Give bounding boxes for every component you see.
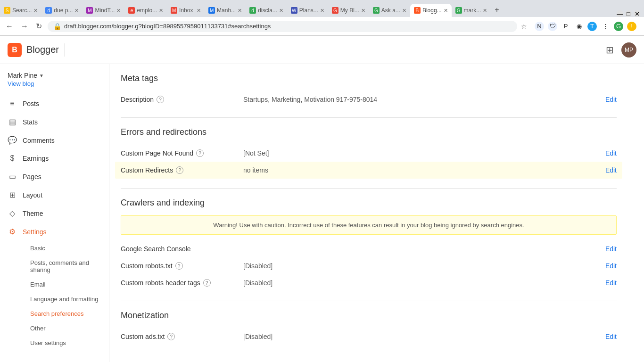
- not-found-value: [Not Set]: [243, 149, 600, 157]
- url-bar[interactable]: 🔒 draft.blogger.com/blogger.g?blogID=898…: [48, 21, 517, 32]
- tab-10[interactable]: G Ask a... ✕: [369, 4, 410, 17]
- meta-tags-section: Meta tags Description ? Startups, Market…: [121, 64, 617, 118]
- not-found-help-icon[interactable]: ?: [196, 149, 204, 157]
- tab-2[interactable]: d due p... ✕: [41, 4, 83, 17]
- tab-bar: S Searc... ✕ d due p... ✕ M MindT... ✕ e…: [0, 0, 644, 17]
- monetization-title: Monetization: [121, 311, 617, 321]
- sub-nav-user-settings[interactable]: User settings: [23, 336, 109, 350]
- gsc-edit-link[interactable]: Edit: [605, 245, 617, 253]
- grid-icon[interactable]: ⊞: [606, 44, 614, 56]
- bookmark-icon[interactable]: ☆: [521, 23, 527, 30]
- sub-nav-other[interactable]: Other: [23, 321, 109, 336]
- tab-5[interactable]: M Inbox ✕: [167, 4, 205, 17]
- errors-section: Errors and redirections Custom Page Not …: [121, 118, 617, 189]
- tab-8[interactable]: W Plans... ✕: [287, 4, 328, 17]
- robots-txt-edit-link[interactable]: Edit: [605, 262, 617, 270]
- extension-icon-3[interactable]: P: [561, 22, 570, 31]
- sidebar-item-earnings[interactable]: $ Earnings: [0, 149, 109, 167]
- address-icons: ☆: [521, 23, 527, 30]
- robots-txt-help-icon[interactable]: ?: [175, 262, 183, 270]
- sidebar-item-layout[interactable]: ⊞ Layout: [0, 186, 109, 204]
- sub-navigation: Basic Posts, comments and sharing Email …: [0, 241, 109, 350]
- description-edit-link[interactable]: Edit: [605, 96, 617, 103]
- profile-icon[interactable]: !: [627, 22, 636, 31]
- tab-1[interactable]: S Searc... ✕: [0, 4, 41, 17]
- tab-close-6[interactable]: ✕: [238, 8, 242, 14]
- tab-7[interactable]: d discla... ✕: [246, 4, 287, 17]
- sidebar-item-posts[interactable]: ≡ Posts: [0, 95, 109, 113]
- extension-icon-5[interactable]: G: [614, 22, 623, 31]
- user-avatar[interactable]: MP: [621, 42, 636, 58]
- pages-label: Pages: [23, 173, 41, 181]
- redirects-help-icon[interactable]: ?: [176, 166, 183, 174]
- tab-label-3: MindT...: [95, 7, 115, 14]
- forward-button[interactable]: →: [19, 21, 30, 32]
- tab-6[interactable]: M Manh... ✕: [205, 4, 246, 17]
- tab-label-2: due p...: [54, 7, 73, 14]
- sidebar-item-theme[interactable]: ◇ Theme: [0, 204, 109, 222]
- sidebar-item-stats[interactable]: ▤ Stats: [0, 113, 109, 131]
- sidebar-item-settings[interactable]: ⚙ Settings: [0, 222, 109, 241]
- tab-label-5: Inbox: [179, 7, 195, 14]
- monetization-section: Monetization Custom ads.txt ? [Disabled]…: [121, 301, 617, 354]
- tab-close-8[interactable]: ✕: [320, 8, 324, 14]
- custom-ads-value: [Disabled]: [243, 333, 600, 340]
- not-found-edit-link[interactable]: Edit: [605, 149, 617, 157]
- tab-close-2[interactable]: ✕: [74, 8, 79, 14]
- lock-icon: 🔒: [53, 23, 61, 30]
- new-tab-button[interactable]: +: [491, 6, 503, 14]
- custom-ads-help-icon[interactable]: ?: [167, 333, 175, 340]
- tab-4[interactable]: e emplo... ✕: [124, 4, 167, 17]
- tab-3[interactable]: M MindT... ✕: [83, 4, 124, 17]
- theme-label: Theme: [23, 210, 43, 217]
- robots-header-edit-link[interactable]: Edit: [605, 279, 617, 287]
- tab-close-11[interactable]: ✕: [444, 8, 448, 14]
- description-help-icon[interactable]: ?: [157, 96, 164, 103]
- description-row: Description ? Startups, Marketing, Motiv…: [121, 91, 617, 108]
- sidebar-item-comments[interactable]: 💬 Comments: [0, 131, 109, 149]
- tab-close-4[interactable]: ✕: [159, 8, 163, 14]
- back-button[interactable]: ←: [4, 21, 15, 32]
- extension-icon-4[interactable]: ◉: [574, 22, 584, 31]
- tab-close-7[interactable]: ✕: [279, 8, 283, 14]
- sidebar-user: Mark Pine ▼ View blog: [0, 68, 109, 95]
- tab-close-10[interactable]: ✕: [402, 8, 406, 14]
- sidebar-item-pages[interactable]: ▭ Pages: [0, 167, 109, 186]
- sub-nav-posts-comments[interactable]: Posts, comments and sharing: [23, 255, 109, 277]
- tab-close-1[interactable]: ✕: [33, 8, 38, 14]
- sub-nav-search-preferences[interactable]: Search preferences: [23, 306, 109, 321]
- close-button[interactable]: ✕: [634, 10, 640, 17]
- blogger-logo: B: [8, 43, 22, 57]
- custom-ads-edit-link[interactable]: Edit: [605, 333, 617, 340]
- tab-close-3[interactable]: ✕: [116, 8, 121, 14]
- redirects-edit-link[interactable]: Edit: [605, 166, 617, 174]
- tab-favicon-7: d: [249, 7, 256, 14]
- tab-11[interactable]: B Blogg... ✕: [410, 4, 452, 17]
- description-label: Description: [121, 96, 154, 103]
- share-icon[interactable]: ⋮: [601, 22, 610, 31]
- sidebar-username[interactable]: Mark Pine ▼: [8, 72, 101, 79]
- minimize-button[interactable]: —: [617, 10, 623, 17]
- refresh-button[interactable]: ↻: [34, 21, 44, 32]
- view-blog-link[interactable]: View blog: [8, 80, 101, 87]
- tab-9[interactable]: G My Bl... ✕: [328, 4, 369, 17]
- tab-close-12[interactable]: ✕: [483, 8, 487, 14]
- tab-12[interactable]: G mark... ✕: [452, 4, 491, 17]
- tab-close-9[interactable]: ✕: [361, 8, 365, 14]
- maximize-button[interactable]: □: [625, 10, 632, 17]
- sub-nav-language[interactable]: Language and formatting: [23, 292, 109, 306]
- redirects-label-container: Custom Redirects ?: [121, 166, 243, 174]
- sub-nav-email[interactable]: Email: [23, 277, 109, 292]
- twitter-icon[interactable]: T: [587, 22, 597, 31]
- robots-header-help-icon[interactable]: ?: [203, 279, 211, 287]
- tab-favicon-3: M: [86, 7, 93, 14]
- tab-favicon-6: M: [208, 7, 215, 14]
- tab-close-5[interactable]: ✕: [197, 8, 201, 14]
- sub-nav-basic[interactable]: Basic: [23, 241, 109, 255]
- logo-char: B: [12, 46, 17, 54]
- tab-favicon-4: e: [128, 7, 135, 14]
- tab-label-6: Manh...: [217, 7, 236, 14]
- extension-icon-2[interactable]: 🛡: [548, 22, 557, 31]
- redirects-label: Custom Redirects: [121, 166, 173, 174]
- extension-icon-1[interactable]: N: [535, 22, 544, 31]
